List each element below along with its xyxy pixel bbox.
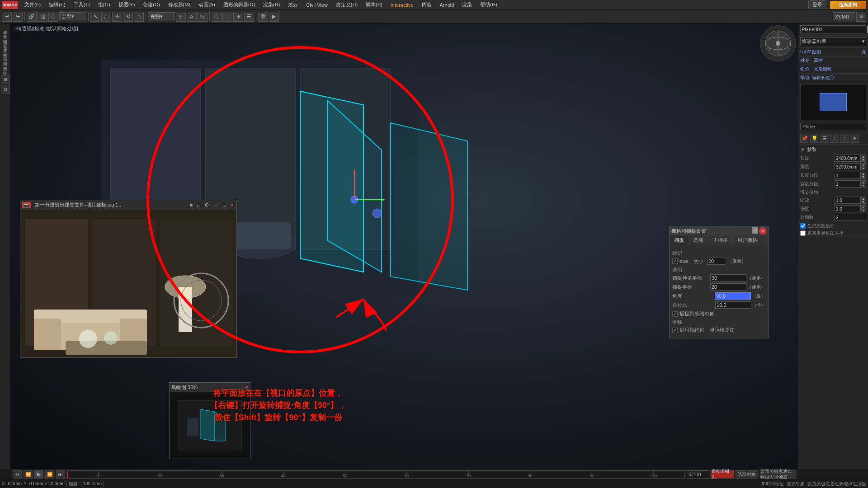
percent-snap-btn[interactable]: % [198,12,208,22]
param-width-input[interactable]: 3200.0mm ▲ ▼ [835,163,866,170]
tl-go-end[interactable]: ⏭ [56,470,65,479]
sidebar-grid-btn[interactable]: ⊡ [1,85,10,94]
snap-radius-input[interactable]: 20 [710,283,746,291]
grid-dialog-minimize[interactable]: — [752,227,758,234]
tl-next-frame[interactable]: ⏩ [45,470,54,479]
tl-set-key[interactable]: 选取对象 [736,470,758,479]
scale-spin-up[interactable]: ▲ [860,197,866,200]
select-region-btn[interactable]: ⬚ [101,12,111,22]
align-btn[interactable]: ≡ [222,12,232,22]
sidebar-label-model[interactable]: 模型 [2,57,8,61]
width-segs-spin-down[interactable]: ▼ [860,184,866,187]
layer-btn[interactable]: ☰ [244,12,254,22]
object-name-input[interactable] [800,25,865,33]
bind-button[interactable]: ⬡ [48,12,58,22]
prop-mapping[interactable]: UVW 贴图 [800,49,861,55]
mirror-btn[interactable]: ⬡ [212,12,222,22]
photo-window-ctrl-min[interactable]: — [212,202,220,208]
frame-count-display[interactable]: 0/100 [687,470,709,479]
tl-go-start[interactable]: ⏮ [13,470,22,479]
length-segs-spin-up[interactable]: ▲ [860,172,866,175]
prop-align[interactable]: 对齐 [800,57,809,64]
menu-render[interactable]: 渲染(R) [259,0,283,9]
menu-cloud[interactable]: 炫云 [284,0,302,9]
length-spin-up[interactable]: ▲ [860,155,866,158]
grid-tab-user[interactable]: 用户栅格 [733,235,762,245]
set-hotkey-filter-btn[interactable]: 设置关键点通过热键点过滤器 [807,481,866,487]
menu-render2[interactable]: 渲染 [458,0,476,9]
menu-script[interactable]: 脚本(S) [362,0,386,9]
tl-play[interactable]: ▶ [34,470,43,479]
width-spin-down[interactable]: ▼ [860,167,866,170]
grid-tab-options[interactable]: 选项 [689,235,708,245]
length-segs-spin-down[interactable]: ▼ [860,175,866,178]
sidebar-snap-btn[interactable]: ⊞ [1,75,10,84]
snap-preview-radius-input[interactable]: 30 [710,274,746,282]
modifier-stack-list[interactable]: Plane [800,123,866,130]
select-object-btn[interactable]: 选取对象 [787,481,805,487]
menu-content[interactable]: 内容 [418,0,435,9]
scale-spin-down[interactable]: ▼ [860,200,866,203]
grid-dialog-close[interactable]: × [759,227,766,235]
angle-snap-btn[interactable]: A [187,12,197,22]
density-spin-up[interactable]: ▲ [860,206,866,209]
rotate-btn[interactable]: ⟲ [123,12,133,22]
grid-tab-home[interactable]: 主栅格 [708,235,733,245]
param-density-spinner[interactable]: ▲ ▼ [860,206,866,212]
mod-icon-arrow-down[interactable]: ↓ [840,134,849,143]
param-length-spinner[interactable]: ▲ ▼ [860,155,866,161]
menu-view[interactable]: 视图(Y) [115,0,139,9]
sidebar-label-shape[interactable]: 图形 [2,70,8,74]
sidebar-label-edit[interactable]: 编辑 [2,34,8,38]
photo-window-title-bar[interactable]: 📷 第一节进阶班课堂文件-照片建模.jpg (... ≡ □ ⊕ — □ × [20,200,236,210]
percent-input[interactable]: 10.0 [715,301,751,309]
prop-edit-poly[interactable]: 编辑多边形 [812,75,835,81]
size-input[interactable]: 20 [707,258,725,265]
add-key-marker-btn[interactable]: 加时间标记 [761,481,784,487]
param-length-segs-spinner[interactable]: ▲ ▼ [860,172,866,178]
photo-window-ctrl-menu[interactable]: ≡ [189,202,194,208]
angle-input[interactable]: 90.0 [715,292,751,300]
photo-window[interactable]: 📷 第一节进阶班课堂文件-照片建模.jpg (... ≡ □ ⊕ — □ × [20,200,237,358]
photo-window-ctrl-restore[interactable]: □ [222,202,227,208]
tl-auto-key[interactable]: 自动关键点 [711,470,734,479]
scale-btn[interactable]: ⤡ [134,12,144,22]
menu-tools[interactable]: 工具(T) [70,0,94,9]
prop-normal[interactable]: 亮 [862,49,866,55]
menu-interactive[interactable]: Interactive [387,1,417,9]
param-width-spinner[interactable]: ▲ ▼ [860,164,866,170]
tl-add-key-filter[interactable]: 设置关键点通过热键点过滤器 [760,470,796,479]
param-scale-input[interactable]: 1.0 ▲ ▼ [835,197,866,204]
sidebar-label-create[interactable]: 创建 [2,25,8,29]
render-btn[interactable]: ▶ [269,12,279,22]
menu-animation[interactable]: 动画(A) [195,0,219,9]
menu-modifiers[interactable]: 修改器(M) [165,0,194,9]
mod-icon-magic[interactable]: ✦ [850,134,859,143]
menu-group[interactable]: 组(G) [94,0,114,9]
unlink-button[interactable]: ⛓ [38,12,47,22]
sidebar-label-display[interactable]: 显示 [2,43,8,47]
density-spin-down[interactable]: ▼ [860,209,866,212]
render-setup-btn[interactable]: 🎬 [258,12,268,22]
mod-icon-light[interactable]: 💡 [810,134,819,143]
select-all-dropdown[interactable]: 全部▾ [59,12,86,21]
modifier-list-dropdown[interactable]: 修改器列表 ▾ [800,37,866,45]
photo-window-ctrl-plus[interactable]: ⊕ [203,202,210,208]
menu-customize[interactable]: 自定义(U) [332,0,361,9]
redo-button[interactable]: ↪ [13,12,23,22]
menu-arnold[interactable]: Arnold [436,1,458,9]
param-density-input[interactable]: 1.0 ▲ ▼ [835,205,866,212]
menu-create[interactable]: 创建(C) [139,0,163,9]
timeline-marker[interactable] [67,471,68,478]
param-length-segs-input[interactable]: 1 ▲ ▼ [835,172,866,179]
select-object-btn[interactable]: ↖ [90,12,100,22]
menu-help[interactable]: 帮助(H) [476,0,500,9]
sidebar-label-select[interactable]: 选择 [2,39,8,42]
sidebar-label-file[interactable]: 文件 [2,30,8,33]
link-button[interactable]: 🔗 [27,12,37,22]
grid-snap-dialog[interactable]: 栅格和捕捉设置 — × 捕捉 选项 主栅格 用户栅格 标记 ✓ true 大小 … [669,226,769,338]
mod-icon-arrow-up[interactable]: ↑ [830,134,839,143]
use-axis-constraint-checkbox[interactable]: ✓ [672,328,678,333]
param-scale-spinner[interactable]: ▲ ▼ [860,197,866,203]
undo-button[interactable]: ↩ [2,12,12,22]
